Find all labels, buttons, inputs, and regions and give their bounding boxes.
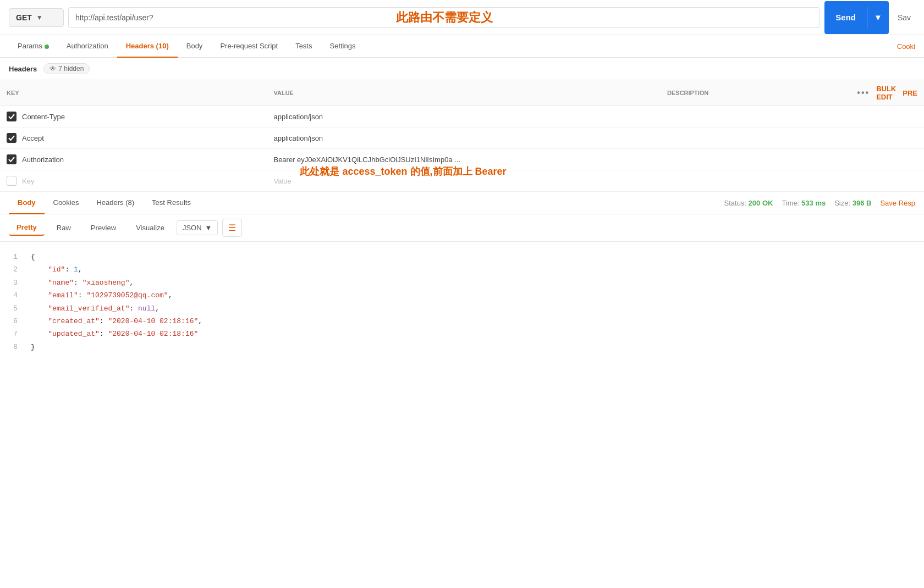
tab-body[interactable]: Body — [178, 35, 212, 58]
tabs-bar: Params Authorization Headers (10) Body P… — [0, 35, 924, 58]
key-value-3: Authorization — [22, 156, 64, 164]
key-value-2: Accept — [22, 134, 44, 142]
more-options-icon[interactable]: ••• — [857, 88, 870, 98]
tab-headers[interactable]: Headers (10) — [117, 35, 178, 58]
key-cell-2: Accept — [0, 127, 267, 149]
time-value: 533 ms — [801, 199, 826, 207]
send-button[interactable]: Send ▼ — [824, 1, 889, 34]
tab-tests[interactable]: Tests — [287, 35, 321, 58]
tab-headers-label: Headers (10) — [126, 42, 169, 50]
response-section: Body Cookies Headers (8) Test Results St… — [0, 192, 924, 362]
size-value: 396 B — [853, 199, 872, 207]
key-value-1: Content-Type — [22, 113, 65, 121]
format-chevron-icon: ▼ — [205, 224, 212, 232]
view-pretty-button[interactable]: Pretty — [9, 220, 45, 236]
key-cell-1: Content-Type — [0, 106, 267, 127]
send-chevron-icon[interactable]: ▼ — [867, 13, 889, 22]
code-block: 1 { 2 "id": 1, 3 "name": "xiaosheng", 4 … — [0, 242, 924, 362]
view-preview-button[interactable]: Preview — [83, 220, 124, 235]
view-visualize-button[interactable]: Visualize — [128, 220, 172, 235]
code-line-5: 5 "email_verified_at": null, — [0, 302, 924, 315]
tab-params[interactable]: Params — [9, 35, 58, 58]
tab-cookies[interactable]: Cooki — [897, 36, 915, 57]
table-row: Content-Type application/json — [0, 106, 924, 127]
code-line-4: 4 "email": "1029739052@qq.com", — [0, 289, 924, 302]
headers-table-wrapper: KEY VALUE DESCRIPTION ••• Bulk Edit Pre — [0, 80, 924, 192]
params-dot — [45, 45, 49, 49]
response-toolbar: Pretty Raw Preview Visualize JSON ▼ ☰ — [0, 214, 924, 242]
pre-label[interactable]: Pre — [903, 89, 917, 97]
hidden-badge: 👁 7 hidden — [43, 63, 90, 74]
action-cell-3 — [850, 149, 924, 170]
tab-authorization[interactable]: Authorization — [58, 35, 117, 58]
send-label: Send — [824, 13, 867, 22]
key-placeholder: Key — [22, 177, 34, 185]
checkbox-3[interactable] — [7, 154, 16, 164]
url-wrapper: 此路由不需要定义 — [68, 7, 820, 28]
code-line-7: 7 "updated_at": "2020-04-10 02:18:16" — [0, 328, 924, 340]
th-actions: ••• Bulk Edit Pre — [850, 80, 924, 106]
eye-icon: 👁 — [50, 65, 56, 73]
value-cell-3: Bearer eyJ0eXAiOiJKV1QiLCJhbGciOiJSUzI1N… — [267, 149, 661, 170]
tab-prerequest[interactable]: Pre-request Script — [211, 35, 287, 58]
format-label: JSON — [183, 224, 202, 232]
th-description: DESCRIPTION — [661, 80, 850, 106]
key-cell-4: Key — [0, 170, 267, 192]
response-status: Status: 200 OK Time: 533 ms Size: 396 B … — [724, 199, 915, 207]
url-input[interactable] — [68, 7, 820, 28]
checkbox-2[interactable] — [7, 133, 16, 143]
th-value: VALUE — [267, 80, 661, 106]
wrap-icon: ☰ — [228, 223, 236, 232]
code-line-1: 1 { — [0, 251, 924, 263]
table-row: Accept application/json — [0, 127, 924, 149]
desc-cell-1 — [661, 106, 850, 127]
top-bar: GET ▼ 此路由不需要定义 Send ▼ Sav — [0, 0, 924, 35]
status-value: 200 OK — [749, 199, 773, 207]
method-dropdown[interactable]: GET ▼ — [9, 8, 64, 27]
hidden-count: 7 hidden — [58, 65, 84, 73]
action-cell-4 — [850, 170, 924, 192]
size-label: Size: 396 B — [834, 199, 871, 207]
table-row: Key Value 此处就是 access_token 的值,前面加上 Bear… — [0, 170, 924, 192]
time-label: Time: 533 ms — [782, 199, 826, 207]
response-tab-body[interactable]: Body — [9, 192, 45, 214]
headers-table: KEY VALUE DESCRIPTION ••• Bulk Edit Pre — [0, 80, 924, 192]
code-line-3: 3 "name": "xiaosheng", — [0, 276, 924, 289]
th-key: KEY — [0, 80, 267, 106]
code-line-2: 2 "id": 1, — [0, 263, 924, 276]
checkbox-4-empty[interactable] — [7, 176, 16, 186]
status-label: Status: 200 OK — [724, 199, 773, 207]
table-row: Authorization Bearer eyJ0eXAiOiJKV1QiLCJ… — [0, 149, 924, 170]
desc-cell-3 — [661, 149, 850, 170]
response-tabs-bar: Body Cookies Headers (8) Test Results St… — [0, 192, 924, 214]
format-select[interactable]: JSON ▼ — [177, 220, 218, 235]
response-tab-headers[interactable]: Headers (8) — [87, 192, 143, 214]
value-cell-2: application/json — [267, 127, 661, 149]
tab-settings[interactable]: Settings — [321, 35, 364, 58]
auth-value: Bearer eyJ0eXAiOiJKV1QiLCJhbGciOiJSUzI1N… — [273, 156, 460, 164]
response-tab-test-results[interactable]: Test Results — [143, 192, 200, 214]
value-cell-4: Value 此处就是 access_token 的值,前面加上 Bearer — [267, 170, 661, 192]
action-cell-1 — [850, 106, 924, 127]
save-button[interactable]: Sav — [893, 13, 915, 22]
headers-section: Headers 👁 7 hidden — [0, 58, 924, 80]
view-raw-button[interactable]: Raw — [49, 220, 79, 235]
method-label: GET — [16, 13, 32, 22]
code-line-8: 8 } — [0, 341, 924, 353]
value-cell-1: application/json — [267, 106, 661, 127]
desc-cell-2 — [661, 127, 850, 149]
action-cell-2 — [850, 127, 924, 149]
method-chevron-icon: ▼ — [36, 14, 43, 21]
response-tab-cookies[interactable]: Cookies — [45, 192, 88, 214]
save-response-button[interactable]: Save Resp — [880, 199, 915, 207]
table-header-row: KEY VALUE DESCRIPTION ••• Bulk Edit Pre — [0, 80, 924, 106]
wrap-button[interactable]: ☰ — [222, 219, 242, 237]
code-line-6: 6 "created_at": "2020-04-10 02:18:16", — [0, 315, 924, 328]
bulk-edit-button[interactable]: Bulk Edit — [876, 85, 896, 101]
checkbox-1[interactable] — [7, 112, 16, 121]
desc-cell-4 — [661, 170, 850, 192]
headers-title: Headers — [9, 65, 37, 73]
key-cell-3: Authorization — [0, 149, 267, 170]
